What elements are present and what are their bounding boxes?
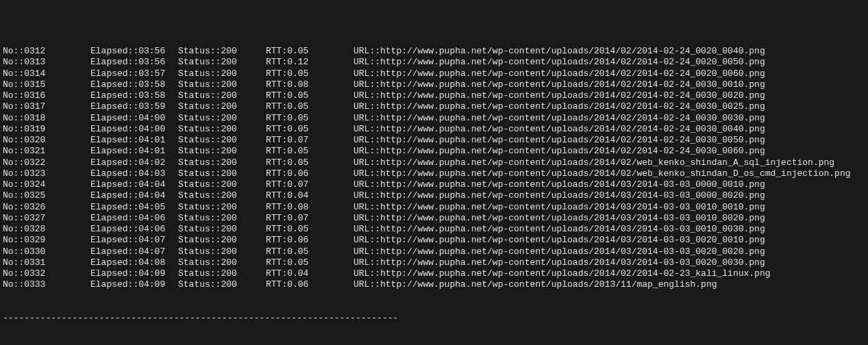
col-status: Status::200 [178, 279, 266, 290]
col-rtt: RTT:0.08 [266, 79, 354, 90]
col-rtt: RTT:0.05 [266, 157, 354, 168]
col-elapsed: Elapsed::03:57 [90, 68, 178, 79]
col-status: Status::200 [178, 157, 266, 168]
log-row: No::0332Elapsed::04:09Status::200RTT:0.0… [3, 268, 865, 279]
col-rtt: RTT:0.05 [266, 124, 354, 135]
col-rtt: RTT:0.05 [266, 90, 354, 101]
col-no: No::0318 [3, 113, 90, 124]
col-rtt: RTT:0.05 [266, 113, 354, 124]
col-rtt: RTT:0.05 [266, 224, 354, 235]
col-no: No::0316 [3, 90, 90, 101]
col-elapsed: Elapsed::04:06 [90, 213, 178, 224]
log-row: No::0316Elapsed::03:58Status::200RTT:0.0… [3, 90, 865, 101]
col-rtt: RTT:0.07 [266, 135, 354, 146]
col-no: No::0326 [3, 202, 90, 213]
col-elapsed: Elapsed::04:01 [90, 146, 178, 157]
col-no: No::0319 [3, 124, 90, 135]
col-rtt: RTT:0.07 [266, 179, 354, 190]
col-url: URL::http://www.pupha.net/wp-content/upl… [354, 213, 765, 224]
log-row: No::0326Elapsed::04:05Status::200RTT:0.0… [3, 202, 865, 213]
log-row: No::0317Elapsed::03:59Status::200RTT:0.0… [3, 101, 865, 112]
col-status: Status::200 [178, 113, 266, 124]
col-rtt: RTT:0.12 [266, 57, 354, 68]
col-url: URL::http://www.pupha.net/wp-content/upl… [354, 268, 771, 279]
log-row: No::0319Elapsed::04:00Status::200RTT:0.0… [3, 124, 865, 135]
col-no: No::0312 [3, 46, 90, 57]
col-elapsed: Elapsed::03:58 [90, 90, 178, 101]
col-elapsed: Elapsed::04:05 [90, 202, 178, 213]
col-url: URL::http://www.pupha.net/wp-content/upl… [354, 68, 765, 79]
col-no: No::0323 [3, 168, 90, 179]
col-elapsed: Elapsed::04:01 [90, 135, 178, 146]
col-no: No::0321 [3, 146, 90, 157]
log-row: No::0313Elapsed::03:56Status::200RTT:0.1… [3, 57, 865, 68]
col-elapsed: Elapsed::04:07 [90, 235, 178, 246]
col-status: Status::200 [178, 46, 266, 57]
col-url: URL::http://www.pupha.net/wp-content/upl… [354, 224, 765, 235]
col-elapsed: Elapsed::04:02 [90, 157, 178, 168]
col-rtt: RTT:0.05 [266, 46, 354, 57]
col-url: URL::http://www.pupha.net/wp-content/upl… [354, 113, 765, 124]
col-status: Status::200 [178, 101, 266, 112]
col-elapsed: Elapsed::04:00 [90, 113, 178, 124]
col-url: URL::http://www.pupha.net/wp-content/upl… [354, 101, 765, 112]
col-status: Status::200 [178, 190, 266, 201]
col-no: No::0315 [3, 79, 90, 90]
col-url: URL::http://www.pupha.net/wp-content/upl… [354, 124, 765, 135]
col-status: Status::200 [178, 235, 266, 246]
col-status: Status::200 [178, 246, 266, 257]
log-row: No::0333Elapsed::04:09Status::200RTT:0.0… [3, 279, 865, 290]
col-elapsed: Elapsed::03:56 [90, 46, 178, 57]
log-row: No::0325Elapsed::04:04Status::200RTT:0.0… [3, 190, 865, 201]
col-no: No::0325 [3, 190, 90, 201]
col-no: No::0322 [3, 157, 90, 168]
col-no: No::0331 [3, 257, 90, 268]
log-row: No::0330Elapsed::04:07Status::200RTT:0.0… [3, 246, 865, 257]
col-elapsed: Elapsed::04:06 [90, 224, 178, 235]
col-rtt: RTT:0.05 [266, 257, 354, 268]
log-row: No::0315Elapsed::03:58Status::200RTT:0.0… [3, 79, 865, 90]
col-elapsed: Elapsed::04:08 [90, 257, 178, 268]
col-no: No::0317 [3, 101, 90, 112]
col-rtt: RTT:0.05 [266, 146, 354, 157]
log-row: No::0324Elapsed::04:04Status::200RTT:0.0… [3, 179, 865, 190]
col-elapsed: Elapsed::04:03 [90, 168, 178, 179]
col-status: Status::200 [178, 79, 266, 90]
divider-line: ----------------------------------------… [3, 313, 865, 324]
col-elapsed: Elapsed::04:00 [90, 124, 178, 135]
log-row: No::0322Elapsed::04:02Status::200RTT:0.0… [3, 157, 865, 168]
log-row: No::0331Elapsed::04:08Status::200RTT:0.0… [3, 257, 865, 268]
log-row: No::0318Elapsed::04:00Status::200RTT:0.0… [3, 113, 865, 124]
col-status: Status::200 [178, 202, 266, 213]
col-no: No::0314 [3, 68, 90, 79]
col-status: Status::200 [178, 168, 266, 179]
col-url: URL::http://www.pupha.net/wp-content/upl… [354, 168, 851, 179]
col-status: Status::200 [178, 224, 266, 235]
col-status: Status::200 [178, 57, 266, 68]
col-no: No::0328 [3, 224, 90, 235]
log-row: No::0314Elapsed::03:57Status::200RTT:0.0… [3, 68, 865, 79]
col-rtt: RTT:0.05 [266, 68, 354, 79]
col-rtt: RTT:0.06 [266, 279, 354, 290]
log-row: No::0329Elapsed::04:07Status::200RTT:0.0… [3, 235, 865, 246]
col-no: No::0332 [3, 268, 90, 279]
log-row: No::0312Elapsed::03:56Status::200RTT:0.0… [3, 46, 865, 57]
col-no: No::0329 [3, 235, 90, 246]
log-row: No::0327Elapsed::04:06Status::200RTT:0.0… [3, 213, 865, 224]
col-status: Status::200 [178, 90, 266, 101]
col-url: URL::http://www.pupha.net/wp-content/upl… [354, 279, 717, 290]
col-url: URL::http://www.pupha.net/wp-content/upl… [354, 190, 765, 201]
log-row: No::0320Elapsed::04:01Status::200RTT:0.0… [3, 135, 865, 146]
col-url: URL::http://www.pupha.net/wp-content/upl… [354, 46, 765, 57]
col-url: URL::http://www.pupha.net/wp-content/upl… [354, 235, 765, 246]
col-no: No::0330 [3, 246, 90, 257]
col-no: No::0327 [3, 213, 90, 224]
log-row: No::0328Elapsed::04:06Status::200RTT:0.0… [3, 224, 865, 235]
col-elapsed: Elapsed::04:04 [90, 190, 178, 201]
col-url: URL::http://www.pupha.net/wp-content/upl… [354, 202, 765, 213]
col-elapsed: Elapsed::04:07 [90, 246, 178, 257]
col-url: URL::http://www.pupha.net/wp-content/upl… [354, 57, 765, 68]
col-rtt: RTT:0.06 [266, 235, 354, 246]
col-url: URL::http://www.pupha.net/wp-content/upl… [354, 79, 765, 90]
col-rtt: RTT:0.08 [266, 202, 354, 213]
